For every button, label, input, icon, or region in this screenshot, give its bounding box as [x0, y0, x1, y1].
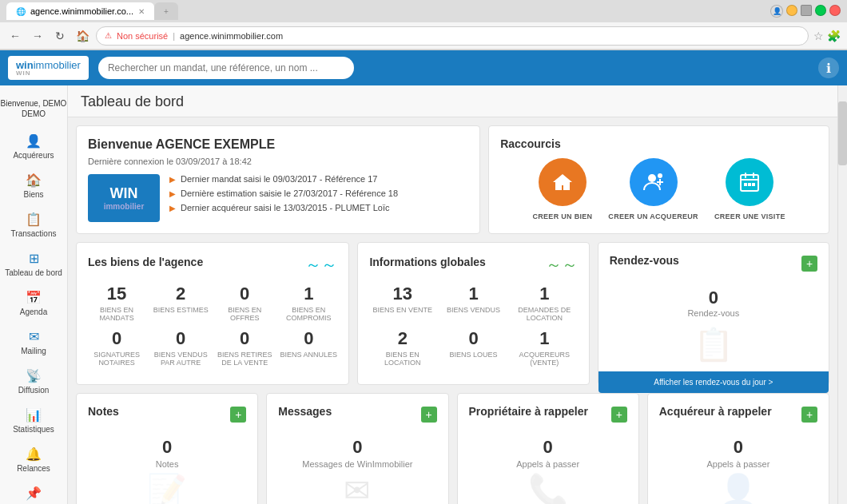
extensions-icon[interactable]: 🧩	[827, 30, 841, 42]
app-wrapper: win immobilier WIN ℹ 👥 Bienvenue, DEMO D…	[0, 50, 847, 504]
info-header: Informations globales ～～	[369, 254, 577, 276]
acquereur-number: 0	[659, 437, 817, 458]
back-button[interactable]: ←	[6, 27, 24, 45]
sidebar-item-relances[interactable]: 🔔 Relances	[0, 440, 67, 479]
rdv-show-button[interactable]: Afficher les rendez-vous du jour >	[598, 371, 829, 393]
stat-biens-location-number: 2	[369, 328, 435, 349]
url-bar[interactable]: ⚠ Non sécurisé | agence.winimmobilier.co…	[96, 26, 809, 46]
info-button[interactable]: ℹ	[818, 58, 839, 78]
rdv-number: 0	[610, 288, 817, 308]
profile-icon[interactable]: 👤	[770, 5, 783, 18]
proprietaire-add-button[interactable]: +	[611, 407, 627, 423]
stat-annules-label: BIENS ANNULES	[280, 351, 337, 359]
sidebar-label-diffusion: Diffusion	[18, 386, 50, 395]
transactions-icon: 📋	[26, 212, 42, 227]
rdv-label: Rendez-vous	[610, 308, 817, 318]
search-container	[98, 57, 354, 79]
rdv-body: 0 Rendez-vous 📋	[610, 280, 817, 371]
search-input[interactable]	[98, 57, 354, 79]
welcome-logo: WIN immobilier	[88, 174, 160, 222]
stat-retires-number: 0	[216, 328, 273, 349]
svg-rect-8	[744, 183, 747, 186]
shortcut-bien-icon	[539, 158, 587, 206]
proprietaire-label: Appels à passer	[469, 459, 627, 469]
stat-biens-estimes-label: BIENS ESTIMES	[152, 306, 209, 314]
home-button[interactable]: 🏠	[74, 27, 91, 45]
sidebar-item-acquereurs[interactable]: 👤 Acquéreurs	[0, 127, 67, 166]
agenda-icon: 📅	[26, 290, 42, 305]
sidebar-item-stats[interactable]: 📊 Statistiques	[0, 401, 67, 440]
scrollbar[interactable]	[837, 85, 847, 504]
stat-biens-loues: 0 BIENS LOUES	[440, 328, 507, 367]
active-tab[interactable]: 🌐 agence.winimmobilier.co... ✕	[6, 2, 154, 20]
stat-signatures: 0 SIGNATURES NOTAIRES	[88, 328, 145, 367]
close-button[interactable]	[829, 5, 841, 16]
toolbar-right: ☆ 🧩	[813, 30, 841, 42]
sidebar-item-agenda[interactable]: 📅 Agenda	[0, 284, 67, 323]
welcome-link-label-2: Dernière estimation saisie le 27/03/2017…	[181, 189, 398, 198]
sidebar-item-mailing[interactable]: ✉ Mailing	[0, 323, 67, 362]
stat-biens-offres: 0 BIENS EN OFFRES	[216, 284, 273, 322]
shortcut-visite[interactable]: CREER UNE VISITE	[714, 158, 785, 220]
welcome-title: Bienvenue AGENCE EXEMPLE	[88, 137, 468, 152]
stat-biens-compromis-label: BIENS EN COMPROMIS	[280, 306, 337, 322]
acquereur-card: Acquéreur à rappeler + 0 Appels à passer…	[647, 393, 829, 504]
rdv-add-button[interactable]: +	[801, 256, 817, 272]
welcome-link-3[interactable]: ▶ Dernier acquéreur saisi le 13/03/2015 …	[169, 203, 468, 212]
sidebar-item-biens[interactable]: 🏠 Biens	[0, 166, 67, 205]
maximize-button[interactable]	[815, 5, 826, 16]
shortcut-visite-label: CREER UNE VISITE	[714, 212, 785, 220]
rdv-watermark: 📋	[610, 326, 817, 363]
stat-demandes-location-number: 1	[511, 284, 578, 304]
minimize-button[interactable]	[786, 5, 797, 16]
sidebar-item-pige[interactable]: 📌 Pige	[0, 479, 67, 504]
sidebar-item-tableau[interactable]: ⊞ Tableau de bord	[0, 244, 67, 284]
stat-vendus-autre-number: 0	[152, 328, 209, 349]
biens-title: Les biens de l'agence	[88, 256, 203, 268]
top-navigation: win immobilier WIN ℹ	[0, 50, 847, 85]
info-stats-bot: 2 BIENS EN LOCATION 0 BIENS LOUES 1 ACQU…	[369, 328, 577, 367]
stat-acquereurs-vente-label: ACQUEREURS (VENTE)	[511, 351, 578, 367]
restore-button[interactable]	[801, 5, 812, 16]
proprietaire-number: 0	[469, 437, 627, 458]
security-warning: ⚠	[105, 31, 112, 40]
info-stats-top: 13 BIENS EN VENTE 1 BIENS VENDUS 1 DEMAN…	[369, 284, 577, 322]
welcome-link-label-3: Dernier acquéreur saisi le 13/03/2015 - …	[181, 203, 390, 212]
forward-button[interactable]: →	[29, 27, 46, 45]
arrow-icon-2: ▶	[169, 189, 176, 198]
sidebar-label-tableau: Tableau de bord	[5, 268, 62, 277]
shortcut-bien[interactable]: CREER UN BIEN	[532, 158, 592, 220]
info-chart-icon: ～～	[546, 254, 578, 276]
sidebar-item-transactions[interactable]: 📋 Transactions	[0, 205, 67, 244]
messages-add-button[interactable]: +	[421, 407, 437, 423]
scrollbar-thumb[interactable]	[838, 101, 847, 165]
messages-title: Messages	[278, 405, 332, 418]
biens-stats-top: 15 BIENS EN MANDATS 2 BIENS ESTIMES 0 BI…	[88, 284, 337, 322]
stat-biens-mandats: 15 BIENS EN MANDATS	[88, 284, 145, 322]
refresh-button[interactable]: ↻	[51, 27, 69, 45]
stat-biens-vendus-number: 1	[440, 284, 507, 304]
notes-add-button[interactable]: +	[230, 407, 246, 423]
star-icon[interactable]: ☆	[813, 30, 824, 42]
logo-win-text: WIN	[110, 185, 138, 202]
stat-annules-number: 0	[280, 328, 337, 349]
stat-biens-mandats-label: BIENS EN MANDATS	[88, 306, 145, 322]
welcome-link-1[interactable]: ▶ Dernier mandat saisi le 09/03/2017 - R…	[169, 174, 468, 184]
sidebar-item-diffusion[interactable]: 📡 Diffusion	[0, 362, 67, 401]
stat-vendus-autre-label: BIENS VENDUS PAR AUTRE	[152, 351, 209, 367]
stat-biens-loues-number: 0	[440, 328, 507, 349]
acquereur-body: 0 Appels à passer 👤	[659, 429, 817, 504]
acquereur-add-button[interactable]: +	[801, 407, 817, 423]
stat-biens-location: 2 BIENS EN LOCATION	[369, 328, 435, 367]
inactive-tab[interactable]: +	[154, 2, 178, 20]
biens-header: Les biens de l'agence ～～	[88, 254, 337, 276]
notes-number: 0	[88, 437, 246, 458]
url-text: agence.winimmobilier.com	[180, 31, 283, 41]
biens-chart-icon: ～～	[305, 254, 337, 276]
shortcut-acquereur[interactable]: CREER UN ACQUEREUR	[608, 158, 698, 220]
welcome-link-2[interactable]: ▶ Dernière estimation saisie le 27/03/20…	[169, 189, 468, 198]
stat-biens-mandats-number: 15	[88, 284, 145, 304]
main-content: Tableau de bord Bienvenue AGENCE EXEMPLE…	[68, 85, 837, 504]
acquereurs-icon: 👤	[26, 133, 42, 149]
notes-card: Notes + 0 Notes 📝 Afficher les notes >	[76, 393, 258, 504]
